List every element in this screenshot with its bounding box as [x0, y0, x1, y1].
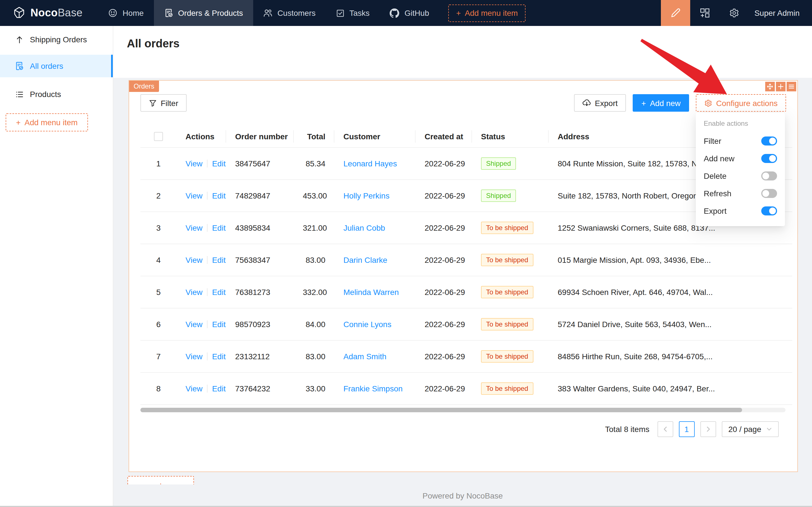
divider	[207, 384, 208, 392]
view-link[interactable]: View	[185, 255, 202, 264]
row-actions-cell: ViewEdit	[176, 179, 226, 212]
customer-link[interactable]: Frankie Simpson	[343, 384, 403, 393]
customer-cell: Melinda Warren	[334, 276, 416, 308]
status-badge: To be shipped	[481, 350, 533, 362]
sidebar-item-all-orders[interactable]: All orders	[0, 55, 113, 77]
enable-action-delete: Delete	[704, 167, 777, 184]
enable-action-export: Export	[704, 202, 777, 219]
ui-editor-button[interactable]	[661, 0, 690, 26]
toggle-add-new[interactable]	[761, 154, 777, 163]
row-index-cell: 6	[140, 308, 176, 340]
view-link[interactable]: View	[185, 384, 202, 393]
filter-button[interactable]: Filter	[140, 94, 187, 112]
view-link[interactable]: View	[185, 352, 202, 361]
total-cell: 84.00	[294, 308, 334, 340]
nav-item-github[interactable]: GitHub	[380, 0, 439, 26]
sidebar-item-products[interactable]: Products	[0, 83, 113, 106]
add-new-button[interactable]: + Add new	[633, 94, 689, 112]
edit-link[interactable]: Edit	[212, 320, 226, 329]
created-at-cell: 2022-06-29	[416, 244, 472, 276]
pagination-page-1[interactable]: 1	[679, 421, 694, 437]
nocobase-cube-icon	[12, 6, 26, 20]
edit-link[interactable]: Edit	[212, 384, 226, 393]
edit-link[interactable]: Edit	[212, 159, 226, 168]
customer-link[interactable]: Melinda Warren	[343, 287, 399, 296]
nav-item-tasks[interactable]: Tasks	[326, 0, 380, 26]
page-header: All orders	[113, 26, 812, 78]
view-link[interactable]: View	[185, 287, 202, 296]
drag-handle-icon[interactable]	[765, 82, 775, 91]
pagination-prev-button[interactable]	[657, 421, 673, 437]
customer-link[interactable]: Holly Perkins	[343, 191, 389, 200]
created-at-cell: 2022-06-29	[416, 340, 472, 372]
plus-icon: +	[128, 481, 193, 485]
view-link[interactable]: View	[185, 320, 202, 329]
gear-icon	[729, 8, 739, 18]
sidebar-add-menu-item-button[interactable]: + Add menu item	[6, 113, 88, 131]
customer-link[interactable]: Connie Lyons	[343, 320, 391, 329]
enable-action-refresh: Refresh	[704, 184, 777, 202]
view-link[interactable]: View	[185, 223, 202, 232]
plus-icon: +	[456, 8, 461, 17]
horizontal-scrollbar-thumb[interactable]	[140, 408, 742, 412]
block-menu-icon[interactable]	[787, 82, 796, 91]
table-row-1: 1ViewEdit3847564785.34Leonard Hayes2022-…	[140, 147, 792, 179]
row-index-cell: 7	[140, 340, 176, 372]
edit-link[interactable]: Edit	[212, 352, 226, 361]
add-block-button[interactable]: + Add block	[127, 476, 194, 485]
toggle-refresh[interactable]	[761, 189, 777, 198]
nav-item-orders-products[interactable]: Orders & Products	[154, 0, 253, 26]
nocobase-logo[interactable]: NocoBase	[12, 6, 82, 20]
customer-link[interactable]: Julian Cobb	[343, 223, 385, 232]
view-link[interactable]: View	[185, 159, 202, 168]
toggle-export[interactable]	[761, 206, 777, 215]
customer-link[interactable]: Darin Clarke	[343, 255, 387, 264]
filter-funnel-icon	[149, 99, 157, 107]
status-cell: To be shipped	[472, 340, 549, 372]
window-bottom-edge	[0, 506, 812, 507]
column-header-customer: Customer	[334, 126, 416, 147]
export-button[interactable]: Export	[574, 94, 626, 112]
edit-link[interactable]: Edit	[212, 287, 226, 296]
customer-link[interactable]: Leonard Hayes	[343, 159, 397, 168]
navbar-add-menu-item-button[interactable]: + Add menu item	[448, 4, 526, 22]
address-cell: 015 Margie Mission, Apt. 093, 34936, Ebe…	[549, 244, 792, 276]
toggle-delete[interactable]	[761, 171, 777, 180]
pagination-next-button[interactable]	[700, 421, 716, 437]
page-size-select[interactable]: 20 / page	[721, 421, 779, 437]
edit-link[interactable]: Edit	[212, 191, 226, 200]
order-number-cell: 43895834	[226, 212, 294, 244]
dropdown-title: Enable actions	[704, 118, 777, 132]
status-cell: To be shipped	[472, 212, 549, 244]
checkbox-icon	[336, 9, 344, 17]
user-menu[interactable]: Super Admin	[749, 8, 812, 17]
edit-link[interactable]: Edit	[212, 255, 226, 264]
github-icon	[390, 8, 400, 18]
table-row-3: 3ViewEdit43895834321.00Julian Cobb2022-0…	[140, 212, 792, 244]
settings-button[interactable]	[719, 0, 749, 26]
initializer-plus-icon[interactable]	[776, 82, 786, 91]
pagination-total: Total 8 items	[605, 425, 649, 434]
row-actions-cell: ViewEdit	[176, 340, 226, 372]
order-number-cell: 38475647	[226, 147, 294, 179]
order-number-cell: 73764232	[226, 372, 294, 404]
block-collection-tag: Orders	[129, 81, 159, 92]
status-cell: To be shipped	[472, 244, 549, 276]
row-actions-cell: ViewEdit	[176, 372, 226, 404]
plugin-manager-button[interactable]	[690, 0, 719, 26]
configure-actions-button[interactable]: Configure actions	[696, 94, 786, 112]
view-link[interactable]: View	[185, 191, 202, 200]
total-cell: 453.00	[294, 179, 334, 212]
navbar-right: Super Admin	[661, 0, 812, 26]
sidebar-item-shipping-orders[interactable]: Shipping Orders	[0, 28, 113, 51]
nav-item-customers[interactable]: Customers	[253, 0, 326, 26]
toggle-filter[interactable]	[761, 136, 777, 145]
edit-link[interactable]: Edit	[212, 223, 226, 232]
row-index-cell: 8	[140, 372, 176, 404]
row-actions-cell: ViewEdit	[176, 212, 226, 244]
row-index-cell: 4	[140, 244, 176, 276]
customer-link[interactable]: Adam Smith	[343, 352, 387, 361]
enable-actions-dropdown: Enable actions FilterAdd newDeleteRefres…	[696, 113, 785, 226]
select-all-checkbox[interactable]	[154, 132, 163, 141]
nav-item-home[interactable]: Home	[98, 0, 154, 26]
